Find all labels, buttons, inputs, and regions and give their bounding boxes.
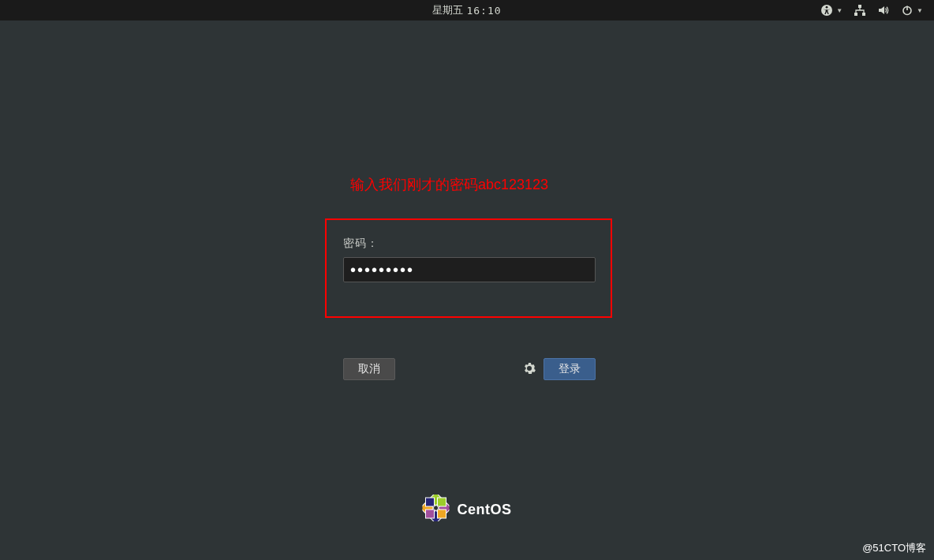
clock-area[interactable]: 星期五 16:10 [432, 3, 501, 17]
time-label: 16:10 [466, 5, 501, 17]
password-input[interactable] [343, 257, 596, 282]
svg-rect-2 [858, 5, 861, 8]
volume-menu[interactable] [877, 4, 890, 17]
os-brand: CentOS [422, 495, 511, 525]
password-label: 密码： [343, 237, 596, 251]
svg-rect-14 [437, 510, 446, 518]
login-buttons: 取消 登录 [343, 358, 596, 380]
network-menu[interactable] [854, 4, 866, 17]
network-icon [854, 4, 866, 17]
svg-rect-11 [425, 498, 434, 506]
chevron-down-icon: ▼ [917, 7, 923, 14]
os-brand-name: CentOS [457, 502, 511, 518]
session-options-button[interactable] [523, 358, 536, 380]
power-menu[interactable]: ▼ [901, 4, 923, 17]
login-panel: 密码： [343, 237, 596, 282]
svg-rect-3 [854, 13, 857, 16]
watermark: @51CTO博客 [862, 541, 926, 555]
power-icon [901, 4, 913, 17]
day-label: 星期五 [432, 3, 463, 17]
chevron-down-icon: ▼ [836, 7, 842, 14]
svg-rect-4 [862, 13, 865, 16]
accessibility-icon [820, 4, 833, 17]
login-button[interactable]: 登录 [544, 358, 596, 380]
gear-icon [523, 362, 536, 377]
status-area: ▼ ▼ [820, 0, 923, 21]
password-row [343, 257, 596, 282]
top-bar: 星期五 16:10 ▼ ▼ [0, 0, 934, 21]
accessibility-menu[interactable]: ▼ [820, 4, 842, 17]
volume-icon [877, 4, 890, 17]
annotation-text: 输入我们刚才的密码abc123123 [350, 175, 548, 194]
svg-rect-12 [437, 498, 446, 506]
svg-rect-13 [425, 510, 434, 518]
cancel-button[interactable]: 取消 [343, 358, 395, 380]
centos-logo-icon [422, 495, 449, 525]
svg-point-1 [826, 6, 828, 9]
